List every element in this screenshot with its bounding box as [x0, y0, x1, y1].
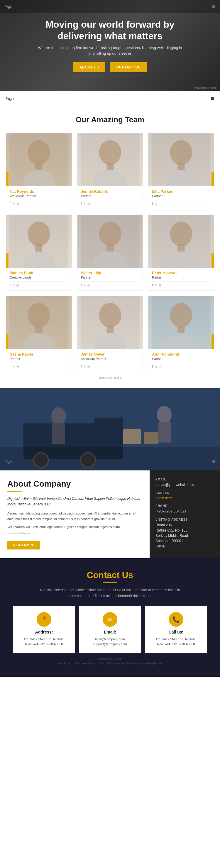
team-social-links[interactable]: f 𝕏 ◎: [152, 200, 210, 206]
contact-credit: Images from Freepik: [6, 657, 214, 660]
contact-card-value: 121 Rock Street, 21 Avenue,New York, NY …: [17, 637, 70, 647]
instagram-icon[interactable]: ◎: [87, 284, 90, 287]
svg-point-5: [99, 140, 121, 165]
facebook-icon[interactable]: f: [10, 202, 10, 206]
address-value: Room 236Raffles City, No. 168Berkley Mid…: [155, 522, 214, 549]
instagram-icon[interactable]: ◎: [159, 202, 161, 206]
svg-rect-19: [107, 244, 113, 251]
career-apply-link[interactable]: apply here: [155, 496, 214, 500]
team-social-links[interactable]: f 𝕏 ◎: [81, 281, 139, 287]
twitter-icon[interactable]: 𝕏: [12, 365, 15, 368]
about-hero-wrapper: logo ≡: [0, 388, 220, 470]
team-member-photo: [77, 296, 143, 349]
twitter-icon[interactable]: 𝕏: [155, 284, 157, 287]
instagram-icon[interactable]: ◎: [159, 365, 161, 368]
svg-rect-27: [35, 326, 42, 333]
twitter-icon[interactable]: 𝕏: [155, 365, 157, 368]
instagram-icon[interactable]: ◎: [159, 284, 161, 287]
contact-card-icon: ✉: [103, 612, 117, 627]
team-card: James Oliver Associate Partner f 𝕏 ◎: [77, 296, 143, 372]
twitter-icon[interactable]: 𝕏: [155, 202, 157, 206]
team-social-links[interactable]: f 𝕏 ◎: [152, 281, 210, 287]
accent-bar-left: [6, 334, 8, 349]
svg-rect-46: [158, 422, 171, 442]
team-social-links[interactable]: f 𝕏 ◎: [10, 200, 68, 206]
hero-hamburger[interactable]: ≡: [212, 3, 215, 10]
contact-card-icon: 📞: [169, 612, 183, 627]
about-right-panel: EMAIL adrian@yourwebsite.com CAREER appl…: [150, 470, 220, 558]
svg-rect-35: [178, 326, 185, 333]
team-member-name: Jennie Roberts: [81, 189, 139, 194]
twitter-icon[interactable]: 𝕏: [83, 202, 86, 206]
team-member-name: Monica Pouli: [10, 271, 68, 275]
team-card-info: Nat Reynolds Worldwide Partner: [6, 186, 72, 198]
contact-us-button[interactable]: CONTACT US: [110, 62, 147, 72]
facebook-icon[interactable]: f: [152, 284, 153, 287]
twitter-icon[interactable]: 𝕏: [12, 202, 15, 206]
team-member-role: Worldwide Partner: [10, 194, 68, 198]
team-card-info: Ann Richmond Partner: [148, 349, 214, 361]
team-member-role: Partner: [81, 194, 139, 198]
contact-info-card: 📞 Call us: 121 Rock Street, 21 Avenue,Ne…: [145, 606, 207, 653]
twitter-icon[interactable]: 𝕏: [12, 284, 15, 287]
team-member-role: Partner: [152, 357, 210, 361]
accent-bar-left: [6, 172, 8, 186]
instagram-icon[interactable]: ◎: [16, 365, 19, 368]
instagram-icon[interactable]: ◎: [16, 284, 19, 287]
instagram-icon[interactable]: ◎: [87, 202, 90, 206]
facebook-icon[interactable]: f: [81, 202, 82, 206]
about-body-2: Vel pharetra vel turpis nunc eget lorem.…: [7, 524, 142, 530]
svg-point-29: [99, 303, 121, 328]
team-card-info: Monica Pouli Creative Leader: [6, 268, 72, 279]
contact-card-value: hello@company.comsupport@company.com: [84, 637, 136, 647]
about-us-button[interactable]: ABOUT US: [73, 62, 106, 72]
facebook-icon[interactable]: f: [81, 365, 82, 368]
hero-navbar: logo ≡: [0, 0, 220, 12]
about-body-italic: Dignissim Enim Sit Amet Venenatis Urna C…: [7, 496, 142, 507]
twitter-icon[interactable]: 𝕏: [83, 365, 86, 368]
team-member-name: Walter Lilly: [81, 271, 139, 275]
team-social-links[interactable]: f 𝕏 ◎: [81, 363, 139, 368]
team-social-links[interactable]: f 𝕏 ◎: [10, 363, 68, 368]
hero-section: logo ≡ Moving our world forward by deliv…: [0, 0, 220, 91]
team-social-links[interactable]: f 𝕏 ◎: [10, 281, 68, 287]
hero-title: Moving our world forward by delivering w…: [45, 19, 174, 41]
team-member-name: Nat Reynolds: [10, 189, 68, 194]
svg-rect-15: [35, 244, 42, 251]
svg-point-1: [28, 140, 50, 165]
team-social-links[interactable]: f 𝕏 ◎: [81, 200, 139, 206]
svg-rect-41: [123, 429, 141, 444]
team-member-photo: [77, 133, 143, 186]
team-member-name: James Oliver: [81, 352, 139, 356]
team-credit: Image from Freepik: [6, 376, 214, 379]
read-more-button[interactable]: READ MORE: [7, 541, 40, 550]
team-section-title: Our Amazing Team: [6, 115, 214, 124]
team-member-photo: [148, 133, 214, 186]
team-member-photo: [148, 296, 214, 349]
about-overlay-hamburger[interactable]: ≡: [212, 458, 215, 465]
hero-buttons: ABOUT US CONTACT US: [73, 62, 147, 72]
hero-subtitle: We are the consulting firm known for ask…: [37, 45, 183, 56]
facebook-icon[interactable]: f: [10, 284, 10, 287]
contact-cards: 📍 Address: 121 Rock Street, 21 Avenue,Ne…: [6, 606, 214, 653]
svg-rect-42: [144, 432, 158, 444]
svg-point-13: [28, 222, 50, 246]
about-content: About Company Dignissim Enim Sit Amet Ve…: [0, 470, 220, 558]
team-social-links[interactable]: f 𝕏 ◎: [152, 363, 210, 368]
team-member-role: Partner: [81, 276, 139, 279]
team-member-name: Sasha Payne: [10, 352, 68, 356]
facebook-icon[interactable]: f: [10, 365, 10, 368]
facebook-icon[interactable]: f: [152, 365, 153, 368]
instagram-icon[interactable]: ◎: [87, 365, 90, 368]
hero-logo: logo: [5, 4, 12, 9]
twitter-icon[interactable]: 𝕏: [83, 284, 86, 287]
accent-bar-right: [212, 172, 214, 186]
facebook-icon[interactable]: f: [152, 202, 153, 206]
svg-point-25: [28, 303, 50, 328]
about-overlay-logo: logo: [5, 459, 12, 464]
team-navbar-hamburger[interactable]: ≡: [211, 95, 214, 102]
instagram-icon[interactable]: ◎: [16, 202, 19, 206]
svg-point-17: [99, 222, 121, 246]
team-card: Mila Parker Partner f 𝕏 ◎: [148, 133, 214, 209]
facebook-icon[interactable]: f: [81, 284, 82, 287]
